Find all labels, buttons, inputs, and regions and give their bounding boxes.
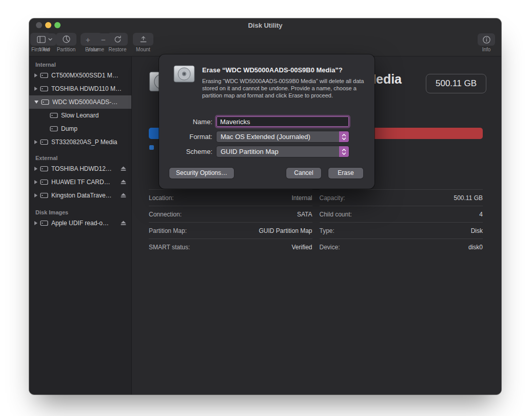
close-button[interactable] [36,22,42,28]
sidebar-item-label: ST3320820AS_P Media [51,138,131,146]
mount-label: Mount [136,47,150,52]
sidebar-item-apple-udif[interactable]: Apple UDIF read-o… [29,216,131,230]
sidebar-item-label: Dump [61,125,131,132]
sidebar-item-label: HUAWEI TF CARD… [51,179,121,186]
window-title: Disk Utility [29,18,501,33]
volume-icon [50,112,58,118]
view-group: View [33,33,56,52]
info-button[interactable] [478,33,495,46]
titlebar[interactable]: Disk Utility [29,18,501,33]
sidebar-item-wdc-selected[interactable]: WDC WD5000AADS-… [29,95,131,109]
sidebar-layout-icon [37,36,46,43]
scheme-row: Scheme: GUID Partition Map [159,146,375,157]
partition-pie-icon [62,35,71,44]
sidebar-section-disk-images: Disk Images [35,208,131,216]
info-value: Disk [471,227,483,234]
sidebar-item-label: Kingston DataTrave… [51,192,121,199]
add-volume-button[interactable] [81,33,95,46]
restore-label: Restore [108,47,126,52]
info-value: disk0 [468,244,483,251]
usage-segment-blue [149,128,160,139]
capacity-badge: 500.11 GB [426,74,486,93]
disclosure-triangle-icon[interactable] [34,140,37,144]
name-input[interactable] [216,116,349,127]
hard-drive-icon [172,62,196,86]
disclosure-triangle-icon[interactable] [34,167,37,171]
sidebar-item-toshiba12[interactable]: TOSHIBA HDWD12… [29,162,131,175]
info-row: Connection: SATA [149,206,312,222]
eject-icon[interactable] [121,193,126,198]
disclosure-triangle-icon[interactable] [34,73,37,77]
disclosure-triangle-icon[interactable] [34,193,37,197]
disclosure-triangle-icon[interactable] [34,87,37,91]
partition-button[interactable] [56,33,76,46]
eject-icon[interactable] [121,221,126,226]
mount-icon [139,35,148,44]
cancel-button[interactable]: Cancel [286,168,321,179]
scheme-value: GUID Partition Map [216,148,339,155]
info-column-left: Location: Internal Connection: SATA Part… [149,189,312,255]
remove-volume-button[interactable] [96,33,111,46]
chevron-down-icon [48,38,52,41]
name-label: Name: [159,116,212,128]
info-label: Device: [320,244,340,251]
security-options-button[interactable]: Security Options… [169,168,234,179]
partition-label: Partition [57,47,76,52]
sidebar-item-label: Slow Leonard [61,112,131,119]
sidebar-item-huawei[interactable]: HUAWEI TF CARD… [29,175,131,189]
info-value: 500.11 GB [454,194,483,202]
info-value: 4 [479,211,483,218]
sidebar-item-st3320[interactable]: ST3320820AS_P Media [29,135,131,149]
info-row: Capacity: 500.11 GB [320,189,483,206]
view-button[interactable] [33,33,56,46]
format-row: Format: Mac OS Extended (Journaled) [159,131,375,143]
volume-group: Volume [81,33,111,52]
disclosure-triangle-icon[interactable] [34,221,37,225]
sidebar-section-internal: Internal [35,61,131,69]
sidebar-item-slow-leonard[interactable]: Slow Leonard [29,109,131,122]
scheme-select[interactable]: GUID Partition Map [216,146,349,157]
format-select[interactable]: Mac OS Extended (Journaled) [216,131,349,142]
drive-icon [40,86,48,92]
name-row: Name: [159,116,375,128]
info-label: SMART status: [149,244,190,251]
sidebar-item-dump[interactable]: Dump [29,122,131,135]
sidebar-item-toshiba110[interactable]: TOSHIBA HDWD110 M… [29,82,131,95]
view-label: View [39,47,50,52]
info-label: Location: [149,194,174,202]
minimize-button[interactable] [45,22,51,28]
sidebar-item-label: WDC WD5000AADS-… [52,98,131,106]
info-label: Child count: [320,211,352,218]
info-circle-icon [482,35,491,44]
erase-dialog: Erase “WDC WD5000AADS-00S9B0 Media”? Era… [159,54,375,189]
info-grid: Location: Internal Connection: SATA Part… [149,189,483,255]
info-row: Location: Internal [149,189,312,206]
erase-button[interactable]: Erase [328,168,363,179]
drive-icon [40,139,48,145]
disclosure-triangle-icon[interactable] [34,101,38,104]
desktop: Disk Utility View Volume [0,0,532,416]
info-row: Child count: 4 [320,206,483,222]
volume-label: Volume [87,47,104,52]
disk-image-icon [40,220,48,226]
info-label: Capacity: [320,194,345,202]
eject-icon[interactable] [121,166,126,171]
sidebar: Internal CT500MX500SSD1 M… TOSHIBA HDWD1… [29,56,132,394]
drive-icon [40,72,48,78]
sidebar-item-label: Apple UDIF read-o… [51,220,121,227]
disclosure-triangle-icon[interactable] [34,180,37,184]
info-row: SMART status: Verified [149,239,312,255]
scheme-label: Scheme: [159,146,212,157]
zoom-button[interactable] [54,22,61,28]
mount-button[interactable] [133,33,153,46]
info-label: Info [482,47,491,52]
sidebar-item-ct500[interactable]: CT500MX500SSD1 M… [29,69,131,82]
dialog-title: Erase “WDC WD5000AADS-00S9B0 Media”? [202,66,369,74]
sidebar-item-kingston[interactable]: Kingston DataTrave… [29,189,131,202]
drive-icon [40,192,48,199]
popup-chevrons-icon [339,131,349,142]
eject-icon[interactable] [121,180,126,185]
sidebar-item-label: TOSHIBA HDWD110 M… [51,85,131,92]
sidebar-item-label: CT500MX500SSD1 M… [51,72,131,79]
info-label: Partition Map: [149,227,187,234]
